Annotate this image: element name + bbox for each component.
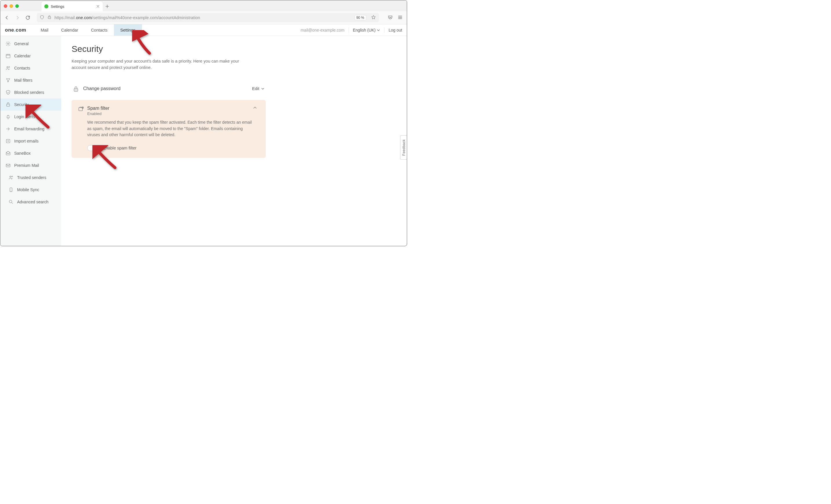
sidebar-item-label: Import emails xyxy=(14,139,38,143)
sidebar-item-label: Advanced search xyxy=(17,200,48,204)
svg-point-1 xyxy=(7,43,9,45)
sidebar-item-import-emails[interactable]: Import emails xyxy=(0,135,61,147)
page-title: Security xyxy=(71,44,407,54)
chevron-down-icon xyxy=(261,87,264,90)
logo[interactable]: one.com xyxy=(5,27,26,33)
url-text: https://mail.one.com/settings/mail%40one… xyxy=(55,16,351,20)
address-bar[interactable]: https://mail.one.com/settings/mail%40one… xyxy=(37,13,379,22)
tab-favicon xyxy=(44,4,48,8)
sidebar-item-contacts[interactable]: Contacts xyxy=(0,62,61,74)
search-icon xyxy=(8,199,13,205)
forward-icon xyxy=(5,126,11,131)
premium-icon xyxy=(5,163,11,168)
svg-point-9 xyxy=(11,176,12,177)
sidebar-item-email-forwarding[interactable]: Email forwarding xyxy=(0,123,61,135)
sidebar-item-label: Security xyxy=(14,102,29,107)
minimize-window-button[interactable] xyxy=(9,4,13,8)
edit-button[interactable]: Edit xyxy=(252,86,264,91)
tab-close-icon[interactable] xyxy=(96,4,100,8)
sidebar-item-security[interactable]: Security xyxy=(0,98,61,111)
sidebar-item-label: Premium Mail xyxy=(14,163,39,168)
browser-toolbar: https://mail.one.com/settings/mail%40one… xyxy=(0,11,407,24)
bookmark-star-icon[interactable] xyxy=(371,15,376,21)
nav-contacts[interactable]: Contacts xyxy=(85,24,114,36)
svg-point-16 xyxy=(77,90,77,90)
sidebar-item-calendar[interactable]: Calendar xyxy=(0,50,61,62)
hamburger-menu-icon[interactable] xyxy=(398,15,403,21)
sidebar-item-advanced-search[interactable]: Advanced search xyxy=(0,196,61,208)
sidebar-item-blocked-senders[interactable]: Blocked senders xyxy=(0,86,61,98)
import-icon xyxy=(5,139,11,144)
settings-sidebar: GeneralCalendarContactsMail filtersBlock… xyxy=(0,36,61,246)
pocket-icon[interactable] xyxy=(388,15,393,21)
svg-point-15 xyxy=(76,90,76,90)
page-description: Keeping your computer and your account's… xyxy=(71,58,246,71)
svg-rect-0 xyxy=(48,17,51,19)
svg-point-12 xyxy=(9,200,12,203)
filter-icon xyxy=(5,78,11,83)
sidebar-item-label: Blocked senders xyxy=(14,90,44,95)
svg-point-4 xyxy=(9,67,9,67)
nav-calendar[interactable]: Calendar xyxy=(55,24,85,36)
contacts-icon xyxy=(5,65,11,71)
titlebar: Settings xyxy=(0,0,407,11)
top-navigation: Mail Calendar Contacts Settings xyxy=(34,24,142,36)
spam-filter-toggle[interactable] xyxy=(87,145,99,151)
change-password-row[interactable]: Change password Edit xyxy=(71,84,266,94)
sidebar-item-premium-mail[interactable]: Premium Mail xyxy=(0,159,61,172)
spam-filter-status: Enabled xyxy=(87,112,109,116)
contacts-icon xyxy=(8,175,13,180)
shield-icon xyxy=(40,15,44,21)
sidebar-item-label: Mail filters xyxy=(14,78,32,83)
collapse-button[interactable] xyxy=(253,106,257,111)
sidebar-item-label: Login alerts xyxy=(14,114,35,119)
mailopen-icon xyxy=(5,151,11,156)
password-icon xyxy=(73,86,78,91)
spam-toggle-label: Enable spam filter xyxy=(103,146,137,150)
spam-icon xyxy=(78,106,83,111)
reload-button[interactable] xyxy=(25,15,30,20)
account-email[interactable]: mail@one-example.com xyxy=(301,28,345,32)
nav-settings[interactable]: Settings xyxy=(114,24,142,36)
browser-tab[interactable]: Settings xyxy=(41,1,103,11)
gear-icon xyxy=(5,41,11,46)
nav-mail[interactable]: Mail xyxy=(34,24,55,36)
svg-point-11 xyxy=(11,191,11,191)
spam-filter-title: Spam filter xyxy=(87,106,109,111)
sidebar-item-label: Mobile Sync xyxy=(17,187,39,192)
app-body: GeneralCalendarContactsMail filtersBlock… xyxy=(0,36,407,246)
browser-chrome: Settings https://m xyxy=(0,0,407,24)
sidebar-item-trusted-senders[interactable]: Trusted senders xyxy=(0,172,61,184)
spam-filter-panel: Spam filter Enabled We recommend that yo… xyxy=(71,100,266,158)
content-area: Security Keeping your computer and your … xyxy=(61,36,407,246)
phone-icon xyxy=(8,187,13,192)
close-window-button[interactable] xyxy=(4,4,7,8)
sidebar-item-label: SaneBox xyxy=(14,151,31,155)
maximize-window-button[interactable] xyxy=(16,4,19,8)
sidebar-item-label: Calendar xyxy=(14,54,31,58)
lock-icon xyxy=(5,102,11,107)
forward-button[interactable] xyxy=(15,15,20,20)
sidebar-item-general[interactable]: General xyxy=(0,38,61,50)
feedback-tab[interactable]: Feedback xyxy=(400,135,407,159)
svg-point-8 xyxy=(10,176,11,178)
new-tab-button[interactable] xyxy=(103,1,112,11)
lock-icon xyxy=(47,15,52,21)
sidebar-item-label: Email forwarding xyxy=(14,126,44,131)
sidebar-item-login-alerts[interactable]: Login alerts xyxy=(0,111,61,123)
svg-point-14 xyxy=(75,90,75,90)
sidebar-item-mobile-sync[interactable]: Mobile Sync xyxy=(0,184,61,196)
svg-point-3 xyxy=(7,67,8,68)
sidebar-item-mail-filters[interactable]: Mail filters xyxy=(0,74,61,86)
zoom-indicator[interactable]: 90 % xyxy=(354,15,366,20)
svg-rect-2 xyxy=(6,55,10,58)
chevron-down-icon xyxy=(377,28,380,32)
change-password-label: Change password xyxy=(83,86,120,91)
back-button[interactable] xyxy=(4,15,9,20)
sidebar-item-sanebox[interactable]: SaneBox xyxy=(0,147,61,159)
spam-filter-description: We recommend that you keep the spam filt… xyxy=(87,119,255,138)
sidebar-item-label: Contacts xyxy=(14,66,30,70)
sidebar-item-label: Trusted senders xyxy=(17,175,46,180)
logout-link[interactable]: Log out xyxy=(389,28,402,32)
language-selector[interactable]: English (UK) xyxy=(353,28,380,32)
